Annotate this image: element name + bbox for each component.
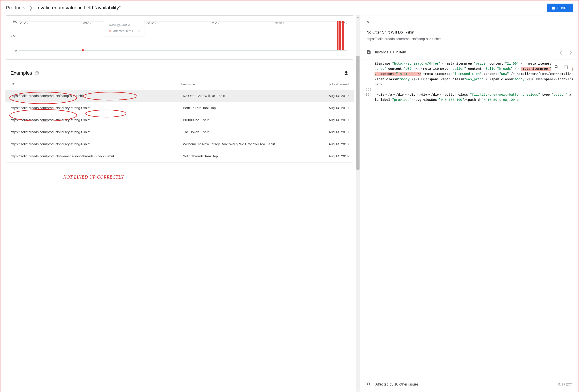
row-item: Bruuuuuce T-shirt (183, 118, 317, 122)
row-url: https://solidthreads.com/products/jersey… (10, 118, 183, 122)
col-item[interactable]: Item name (181, 83, 317, 86)
tooltip-value: 0 (138, 29, 140, 33)
row-date: Aug 14, 2019 (317, 154, 349, 158)
table-row[interactable]: https://solidthreads.com/products/camp-s… (5, 90, 354, 102)
help-icon[interactable]: ? (35, 71, 39, 75)
line-number: 854 (362, 92, 374, 103)
share-label: SHARE (557, 6, 569, 10)
breadcrumb: Products ❯ Invalid enum value in field "… (6, 5, 121, 11)
row-date: Aug 14, 2019 (317, 106, 349, 110)
scroll-up-icon[interactable]: ▲ (357, 16, 359, 18)
code-pane[interactable]: itemtype="http://schema.org/Offer"> <met… (360, 59, 579, 377)
chevron-right-icon[interactable]: ❯ (569, 50, 572, 55)
table-row[interactable]: https://solidthreads.com/products/womens… (5, 150, 354, 162)
row-item: Solid Threads Tank Top (183, 154, 317, 158)
detail-panel: ✕ No Otter Shirt Will Do T-shirt https:/… (360, 15, 579, 392)
row-item: Born To Run Tank Top (183, 106, 317, 110)
table-row[interactable]: https://solidthreads.com/products/jersey… (5, 114, 354, 126)
inspect-button[interactable]: INSPECT (558, 383, 572, 386)
instance-label: Instance 1/1 in item (375, 50, 406, 54)
header: Products ❯ Invalid enum value in field "… (0, 0, 579, 15)
col-date[interactable]: Last crawled (317, 83, 349, 86)
chevron-left-icon[interactable]: ❮ (559, 50, 563, 55)
ytick: 5K (13, 20, 17, 23)
line-number: 853 (362, 87, 374, 92)
close-icon[interactable]: ✕ (366, 20, 572, 25)
ytick: 2.5K (11, 34, 17, 38)
table-header: URL Item name Last crawled (5, 79, 354, 90)
search-icon[interactable] (366, 382, 371, 387)
document-search-icon (366, 49, 371, 55)
ytick: 0 (15, 49, 17, 52)
chart-tooltip: Sunday, Jun 2 Affected items 0 (104, 20, 144, 36)
lock-icon (552, 6, 556, 10)
arrow-down-icon (328, 83, 331, 86)
row-url: https://solidthreads.com/products/jersey… (10, 142, 183, 146)
legend-swatch (109, 30, 111, 32)
share-button[interactable]: SHARE (547, 3, 573, 12)
copy-icon[interactable] (564, 65, 569, 69)
row-url: https://solidthreads.com/products/jersey… (10, 106, 183, 110)
detail-title: No Otter Shirt Will Do T-shirt (366, 30, 572, 35)
affected-label[interactable]: Affected by 10 other issues (375, 382, 419, 387)
filter-icon[interactable] (332, 71, 337, 76)
breadcrumb-root[interactable]: Products (6, 5, 25, 11)
detail-url: https://solidthreads.com/products/camp-s… (366, 37, 572, 41)
examples-card: Examples ? URL Item name Last crawled ht… (5, 65, 354, 163)
chart-card: 5K 2.5K 0 Sunday, Jun 2 (5, 15, 354, 60)
tooltip-date: Sunday, Jun 2 (109, 23, 140, 27)
row-url: https://solidthreads.com/products/camp-s… (10, 94, 183, 98)
chart-plot[interactable]: Sunday, Jun 2 Affected items 0 (19, 21, 347, 51)
row-url: https://solidthreads.com/products/womens… (10, 154, 183, 158)
row-date: Aug 14, 2019 (317, 130, 349, 134)
row-date: Aug 14, 2019 (317, 118, 349, 122)
tooltip-series: Affected items (113, 29, 133, 33)
handwritten-annotation: NOT LINED UP CORRECTLY (63, 174, 124, 180)
table-row[interactable]: https://solidthreads.com/products/jersey… (5, 126, 354, 138)
row-item: No Otter Shirt Will Do T-shirt (183, 94, 317, 98)
download-icon[interactable] (344, 71, 349, 76)
col-url[interactable]: URL (10, 83, 181, 86)
left-panel: 5K 2.5K 0 Sunday, Jun 2 (0, 15, 356, 392)
scrollbar[interactable]: ▲ (356, 15, 360, 392)
breadcrumb-current: Invalid enum value in field "availabilit… (36, 5, 121, 11)
search-icon[interactable] (554, 65, 559, 69)
table-row[interactable]: https://solidthreads.com/products/jersey… (5, 138, 354, 150)
row-url: https://solidthreads.com/products/jersey… (10, 130, 183, 134)
row-date: Aug 14, 2019 (317, 94, 349, 98)
row-item: Welcome To New Jersey Don't Worry We Hat… (183, 142, 317, 146)
row-item: The Boken T-shirt (183, 130, 317, 134)
chevron-right-icon: ❯ (29, 5, 33, 11)
scroll-thumb[interactable] (356, 56, 360, 170)
examples-title: Examples (10, 70, 32, 76)
row-date: Aug 14, 2019 (317, 142, 349, 146)
table-row[interactable]: https://solidthreads.com/products/jersey… (5, 102, 354, 114)
